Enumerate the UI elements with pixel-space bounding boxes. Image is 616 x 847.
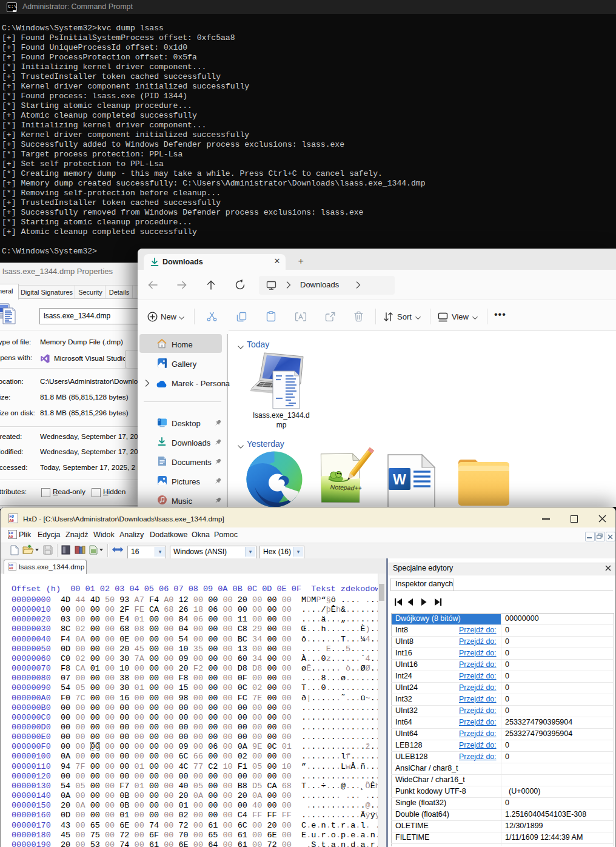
svg-text:A0: A0 [8,535,13,539]
svg-text:FD: FD [9,515,14,519]
svg-text:Notepad++: Notepad++ [330,483,362,492]
svg-text:W: W [393,472,406,487]
svg-text:A0: A0 [9,567,13,571]
svg-text:A0: A0 [9,519,14,523]
